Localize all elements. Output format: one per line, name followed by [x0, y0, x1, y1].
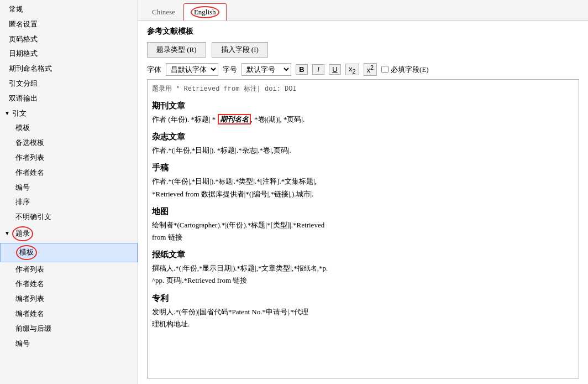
editor-area[interactable]: 题录用 * Retrieved from 标注| doi: DOI 期刊文章 作…: [147, 79, 579, 378]
sidebar-item-pageformat[interactable]: 页码格式: [0, 32, 138, 47]
citation-arrow-icon: ▼: [4, 109, 10, 118]
ref-content-manuscript: 作者.*(年份|,*日期|).*标题|.*类型|.*[注释].*文集标题|, *…: [152, 175, 574, 200]
sidebar-item-bibliography-authorlist[interactable]: 作者列表: [0, 262, 138, 277]
sidebar-item-bilingual[interactable]: 双语输出: [0, 91, 138, 106]
sidebar-item-journalformat[interactable]: 期刊命名格式: [0, 61, 138, 76]
sidebar-item-citation-authorname[interactable]: 作者姓名: [0, 165, 138, 180]
italic-button[interactable]: I: [312, 64, 324, 75]
required-label: 必填字段(E): [391, 65, 429, 75]
tab-chinese[interactable]: Chinese: [145, 5, 182, 19]
sidebar-scroll[interactable]: 常规 匿名设置 页码格式 日期格式 期刊命名格式 引文分组 双语输出 ▼ 引文 …: [0, 0, 138, 384]
ref-content-magazine: 作者.*(|年份,*日期|). *标题|.*杂志|.*卷|,页码|.: [152, 144, 574, 157]
required-field-toggle[interactable]: 必填字段(E): [381, 65, 429, 75]
sidebar-item-citediv[interactable]: 引文分组: [0, 76, 138, 91]
sidebar-item-bibliography-prefix[interactable]: 前缀与后缀: [0, 321, 138, 336]
sidebar-item-citation-alt[interactable]: 备选模板: [0, 136, 138, 151]
ref-content-patent: 发明人.*(年份)|国省代码*Patent No.*申请号|.*代理 理机构地址…: [152, 306, 574, 330]
bibliography-group-label: 题录: [12, 226, 33, 241]
ref-title-manuscript: 手稿: [152, 161, 574, 174]
font-label: 字体: [147, 65, 161, 75]
ref-content-newspaper: 撰稿人.*(|年份,*显示日期|).*标题|,*文章类型|,*报纸名,*p. ^…: [152, 262, 574, 287]
tabs-bar: Chinese English: [138, 0, 588, 21]
record-type-button[interactable]: 题录类型 (R): [147, 42, 206, 58]
tab-english-label: English: [191, 6, 219, 18]
sidebar-item-citation-unclear[interactable]: 不明确引文: [0, 210, 138, 225]
ref-title-newspaper: 报纸文章: [152, 248, 574, 261]
sidebar-item-bibliography-authorname[interactable]: 作者姓名: [0, 277, 138, 292]
sidebar-item-general[interactable]: 常规: [0, 2, 138, 17]
toolbar: 题录类型 (R) 插入字段 (I): [147, 42, 579, 58]
sidebar-group-bibliography[interactable]: ▼ 题录: [0, 225, 138, 243]
sidebar-item-bibliography-number[interactable]: 编号: [0, 336, 138, 351]
bold-button[interactable]: B: [296, 64, 308, 75]
sidebar-item-citation-sort[interactable]: 排序: [0, 195, 138, 210]
editor-truncated-top: 题录用 * Retrieved from 标注| doi: DOI: [152, 84, 574, 95]
insert-field-button[interactable]: 插入字段 (I): [212, 42, 268, 58]
sidebar-item-bibliography-editorname[interactable]: 编者姓名: [0, 307, 138, 321]
highlighted-journal-name: 期刊名名: [218, 114, 251, 124]
sidebar-item-citation-template[interactable]: 模板: [0, 121, 138, 136]
ref-content-map: 绘制者*(Cartographer).*|(年份).*标题|*[类型]|.*Re…: [152, 219, 574, 243]
size-select[interactable]: 默认字号: [242, 63, 291, 76]
font-select[interactable]: 昌默认字体: [166, 63, 218, 76]
main-panel: Chinese English 参考文献模板 题录类型 (R) 插入字段 (I)…: [138, 0, 588, 384]
content-area: 参考文献模板 题录类型 (R) 插入字段 (I) 字体 昌默认字体 字号 默认字…: [138, 21, 588, 384]
sidebar-group-citation[interactable]: ▼ 引文: [0, 106, 138, 121]
sidebar-item-bibliography-editorlist[interactable]: 编者列表: [0, 292, 138, 307]
section-title: 参考文献模板: [147, 27, 579, 37]
required-checkbox[interactable]: [381, 66, 389, 73]
sidebar-item-citation-number[interactable]: 编号: [0, 180, 138, 195]
superscript-button[interactable]: x2: [364, 63, 377, 75]
sidebar-item-citation-authorlist[interactable]: 作者列表: [0, 151, 138, 165]
bibliography-arrow-icon: ▼: [4, 229, 10, 238]
ref-title-magazine: 杂志文章: [152, 130, 574, 143]
ref-title-journal: 期刊文章: [152, 99, 574, 112]
size-label: 字号: [223, 65, 237, 75]
underline-button[interactable]: U: [329, 64, 341, 75]
ref-title-patent: 专利: [152, 292, 574, 305]
ref-title-map: 地图: [152, 205, 574, 218]
sidebar-item-bibliography-template[interactable]: 模板: [0, 243, 138, 262]
tab-english[interactable]: English: [183, 3, 227, 20]
sidebar: 常规 匿名设置 页码格式 日期格式 期刊命名格式 引文分组 双语输出 ▼ 引文 …: [0, 0, 138, 384]
sidebar-item-dateformat[interactable]: 日期格式: [0, 46, 138, 61]
format-bar: 字体 昌默认字体 字号 默认字号 B I U x2 x2 必填字段(E): [147, 63, 579, 76]
sidebar-item-anonymous[interactable]: 匿名设置: [0, 17, 138, 32]
bibliography-template-label: 模板: [16, 245, 37, 260]
subscript-button[interactable]: x2: [345, 64, 359, 76]
ref-content-journal: 作者 (年份). *标题| * 期刊名名, *卷|(期)|, *页码|.: [152, 113, 574, 126]
